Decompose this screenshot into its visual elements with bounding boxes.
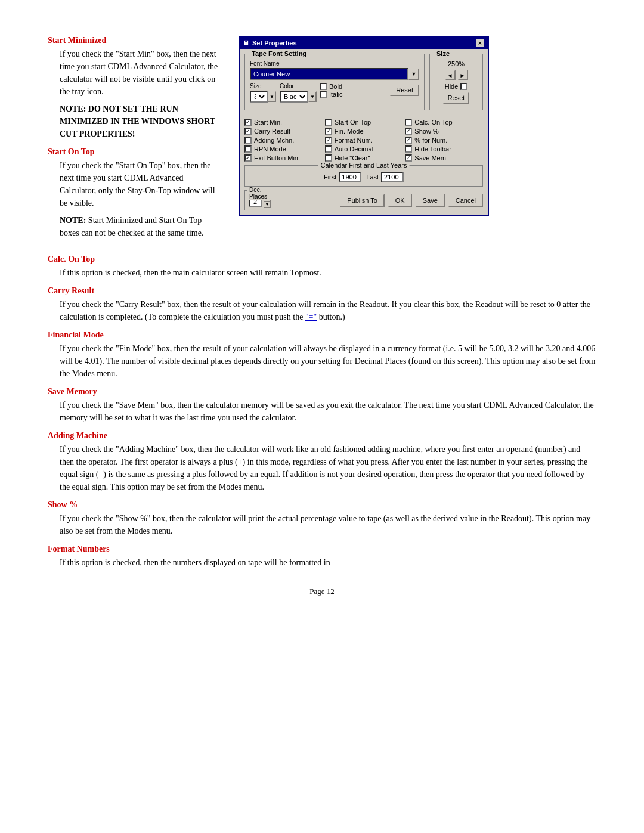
- opt-format-num[interactable]: Format Num.: [325, 137, 403, 144]
- text-carry-result: If you check the "Carry Result" box, the…: [60, 298, 596, 323]
- size-pct: 250%: [435, 60, 478, 67]
- checkbox-rpn-mode[interactable]: [244, 145, 252, 153]
- text-financial-mode: If you check the "Fin Mode" box, then th…: [60, 342, 596, 380]
- hide-checkbox[interactable]: [460, 83, 467, 90]
- page-number: Page 12: [48, 587, 596, 596]
- bold-check-label[interactable]: Bold: [320, 83, 347, 90]
- text-adding-machine: If you check the "Adding Machine" box, t…: [60, 443, 596, 493]
- checkbox-auto-decimal[interactable]: [325, 145, 332, 153]
- section-start-minimized: Start Minimized If you check the "Start …: [48, 36, 221, 140]
- size-inner: 250% ◄ ► Hide Reset: [435, 60, 478, 104]
- first-year-input[interactable]: [339, 172, 361, 182]
- save-btn[interactable]: Save: [416, 194, 445, 207]
- italic-check-label[interactable]: Italic: [320, 91, 347, 98]
- checkbox-hide-toolbar[interactable]: [405, 145, 412, 153]
- opt-exit-btn-min[interactable]: Exit Button Min.: [244, 154, 323, 162]
- opt-start-min[interactable]: Start Min.: [244, 119, 323, 126]
- section-show-percent: Show % If you check the "Show %" box, th…: [48, 500, 596, 537]
- close-button[interactable]: ×: [476, 39, 484, 47]
- opt-start-on-top[interactable]: Start On Top: [325, 119, 403, 126]
- checkbox-start-on-top[interactable]: [325, 119, 332, 126]
- arrow-right-btn[interactable]: ►: [457, 70, 468, 80]
- heading-financial-mode: Financial Mode: [48, 330, 596, 340]
- checkbox-adding-mchn[interactable]: [244, 137, 252, 144]
- dec-down-btn[interactable]: ▼: [264, 202, 271, 208]
- first-year-group: First: [324, 172, 361, 182]
- calendar-inner: First Last: [250, 172, 478, 182]
- color-select[interactable]: Black: [280, 91, 308, 103]
- dec-places-group: Dec. Places ▲ ▼: [244, 190, 277, 210]
- checkbox-fin-mode[interactable]: [325, 128, 332, 135]
- opt-calc-on-top[interactable]: Calc. On Top: [405, 119, 483, 126]
- heading-format-numbers: Format Numbers: [48, 544, 596, 554]
- tape-font-inner: Font Name ▼ Size: [250, 60, 419, 103]
- last-year-input[interactable]: [381, 172, 404, 182]
- left-column: Start Minimized If you check the "Start …: [48, 36, 221, 246]
- font-controls-row: Size 345 ▼: [250, 83, 419, 103]
- opt-fin-mode[interactable]: Fin. Mode: [325, 128, 403, 135]
- opt-auto-decimal[interactable]: Auto Decimal: [325, 145, 403, 153]
- font-color-area: Color Black ▼: [280, 83, 317, 103]
- right-column: 🖩 Set Properties × Tape Font Setting Fon…: [239, 36, 596, 246]
- size-dropdown-btn[interactable]: ▼: [268, 91, 276, 102]
- opt-show-pct[interactable]: Show %: [405, 128, 483, 135]
- tape-reset-btn[interactable]: Reset: [390, 84, 419, 96]
- heading-save-memory: Save Memory: [48, 387, 596, 397]
- checkbox-exit-btn-min[interactable]: [244, 154, 252, 162]
- size-group: Size 250% ◄ ► Hide: [429, 54, 483, 110]
- bottom-row: Dec. Places ▲ ▼ Publish To OK: [244, 190, 483, 210]
- size-select[interactable]: 345: [250, 91, 268, 103]
- font-size-area: Size 345 ▼: [250, 83, 276, 103]
- reset-area: Reset: [390, 83, 419, 96]
- opt-adding-mchn[interactable]: Adding Mchn.: [244, 137, 323, 144]
- bold-checkbox[interactable]: [320, 83, 327, 90]
- publish-to-btn[interactable]: Publish To: [340, 194, 385, 207]
- checkbox-hide-clear[interactable]: [325, 154, 332, 162]
- last-label: Last: [366, 174, 379, 181]
- cancel-btn[interactable]: Cancel: [448, 194, 483, 207]
- italic-checkbox[interactable]: [320, 91, 327, 98]
- opt-hide-toolbar[interactable]: Hide Toolbar: [405, 145, 483, 153]
- arrow-left-btn[interactable]: ◄: [445, 70, 456, 80]
- section-adding-machine: Adding Machine If you check the "Adding …: [48, 431, 596, 493]
- tape-font-group: Tape Font Setting Font Name ▼ Size: [244, 54, 425, 110]
- first-label: First: [324, 174, 336, 181]
- color-dropdown-btn[interactable]: ▼: [308, 91, 317, 102]
- style-checks: Bold Italic: [320, 83, 347, 98]
- checkbox-start-min[interactable]: [244, 119, 252, 126]
- size-group-title: Size: [435, 50, 451, 57]
- top-area: Start Minimized If you check the "Start …: [48, 36, 596, 246]
- checkbox-format-num[interactable]: [325, 137, 332, 144]
- italic-label: Italic: [329, 91, 343, 98]
- text-calc-on-top: If this option is checked, then the main…: [60, 267, 596, 279]
- titlebar-left: 🖩 Set Properties: [243, 39, 297, 47]
- opt-carry-result[interactable]: Carry Result: [244, 128, 323, 135]
- section-financial-mode: Financial Mode If you check the "Fin Mod…: [48, 330, 596, 380]
- checkbox-save-mem[interactable]: [405, 154, 412, 162]
- opt-save-mem[interactable]: Save Mem: [405, 154, 483, 162]
- ok-btn[interactable]: OK: [388, 194, 412, 207]
- font-dropdown-btn[interactable]: ▼: [408, 68, 419, 80]
- note-start-on-top: NOTE: Start Minimized and Start On Top b…: [60, 214, 221, 239]
- dialog-title: Set Properties: [252, 39, 297, 47]
- dialog-titlebar: 🖩 Set Properties ×: [240, 37, 488, 49]
- calendar-title: Calendar First and Last Years: [318, 162, 410, 169]
- size-label: Size: [250, 83, 276, 89]
- checkbox-pct-for-num[interactable]: [405, 137, 412, 144]
- opt-hide-clear[interactable]: Hide "Clear": [325, 154, 403, 162]
- opt-pct-for-num[interactable]: % for Num.: [405, 137, 483, 144]
- checkbox-calc-on-top[interactable]: [405, 119, 412, 126]
- checkbox-show-pct[interactable]: [405, 128, 412, 135]
- font-name-label: Font Name: [250, 60, 419, 67]
- hide-label: Hide: [445, 83, 459, 90]
- font-name-input[interactable]: [250, 68, 408, 80]
- page-content: Start Minimized If you check the "Start …: [48, 36, 596, 596]
- size-reset-btn[interactable]: Reset: [443, 92, 470, 104]
- opt-rpn-mode[interactable]: RPN Mode: [244, 145, 323, 153]
- checkbox-carry-result[interactable]: [244, 128, 252, 135]
- section-calc-on-top: Calc. On Top If this option is checked, …: [48, 255, 596, 279]
- arrow-buttons: ◄ ►: [435, 70, 478, 80]
- text-save-memory: If you check the "Save Mem" box, then th…: [60, 399, 596, 424]
- heading-start-minimized: Start Minimized: [48, 36, 221, 45]
- section-save-memory: Save Memory If you check the "Save Mem" …: [48, 387, 596, 424]
